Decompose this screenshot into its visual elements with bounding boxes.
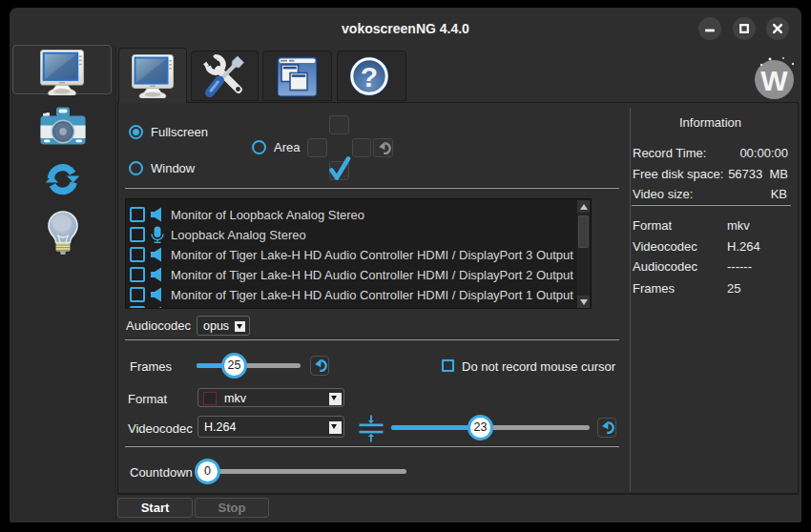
svg-text:Compress: Compress <box>363 426 380 431</box>
svg-text:?: ? <box>361 61 378 92</box>
